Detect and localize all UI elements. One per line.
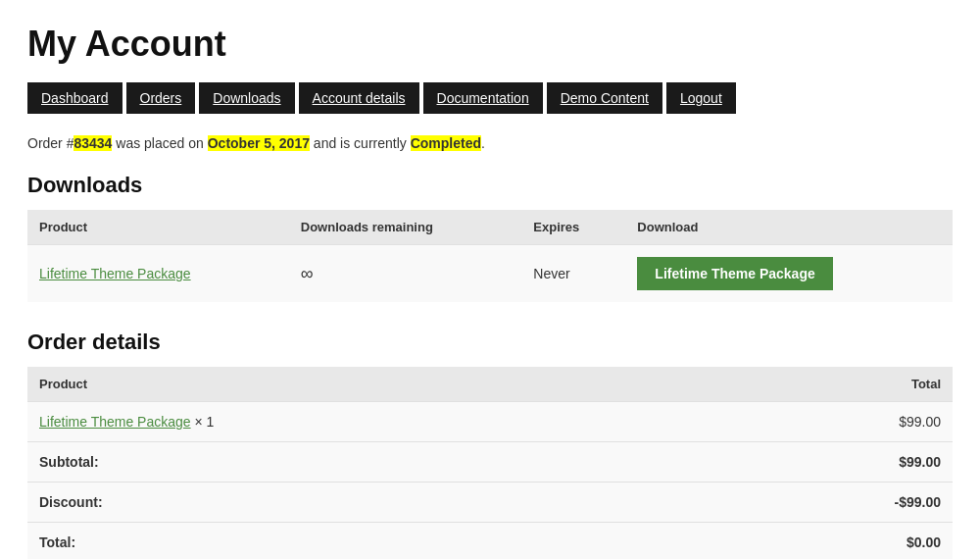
- downloads-product-link[interactable]: Lifetime Theme Package: [39, 266, 191, 281]
- order-details-product-link[interactable]: Lifetime Theme Package: [39, 414, 191, 430]
- downloads-expires-value: Never: [533, 266, 569, 281]
- nav-orders[interactable]: Orders: [126, 82, 196, 114]
- order-details-discount-value: -$99.00: [711, 483, 953, 523]
- downloads-remaining-value: ∞: [301, 264, 314, 283]
- order-details-product-total: $99.00: [711, 402, 953, 442]
- nav-account-details[interactable]: Account details: [299, 82, 419, 114]
- order-prefix: Order #: [27, 135, 74, 151]
- order-details-heading: Order details: [27, 330, 953, 355]
- order-details-col-product: Product: [27, 367, 711, 402]
- order-details-discount-label: Discount:: [27, 483, 711, 523]
- downloads-download-cell: Lifetime Theme Package: [625, 245, 953, 303]
- downloads-product-link-cell: Lifetime Theme Package: [27, 245, 289, 303]
- order-details-subtotal-label: Subtotal:: [27, 442, 711, 483]
- order-details-total-label: Total:: [27, 523, 711, 560]
- order-status: Completed: [411, 135, 481, 151]
- order-date: October 5, 2017: [208, 135, 310, 151]
- nav-bar: Dashboard Orders Downloads Account detai…: [27, 82, 953, 114]
- order-details-quantity: × 1: [195, 414, 215, 430]
- downloads-col-product: Product: [27, 210, 289, 245]
- order-middle: was placed on: [112, 135, 207, 151]
- order-details-col-total: Total: [711, 367, 953, 402]
- order-end: .: [481, 135, 485, 151]
- order-details-discount-row: Discount: -$99.00: [27, 483, 953, 523]
- order-details-table: Product Total Lifetime Theme Package × 1…: [27, 367, 953, 559]
- order-details-product-row: Lifetime Theme Package × 1 $99.00: [27, 402, 953, 442]
- downloads-table: Product Downloads remaining Expires Down…: [27, 210, 953, 302]
- downloads-col-download: Download: [625, 210, 953, 245]
- downloads-table-header-row: Product Downloads remaining Expires Down…: [27, 210, 953, 245]
- nav-downloads[interactable]: Downloads: [199, 82, 294, 114]
- nav-dashboard[interactable]: Dashboard: [27, 82, 122, 114]
- order-details-subtotal-row: Subtotal: $99.00: [27, 442, 953, 483]
- order-suffix: and is currently: [310, 135, 411, 151]
- order-number: 83434: [74, 135, 112, 151]
- order-details-subtotal-value: $99.00: [711, 442, 953, 483]
- order-details-product-cell: Lifetime Theme Package × 1: [27, 402, 711, 442]
- page-title: My Account: [27, 24, 953, 65]
- download-button[interactable]: Lifetime Theme Package: [637, 257, 832, 290]
- order-details-header-row: Product Total: [27, 367, 953, 402]
- order-details-total-row: Total: $0.00: [27, 523, 953, 560]
- downloads-expires-cell: Never: [521, 245, 625, 303]
- nav-documentation[interactable]: Documentation: [423, 82, 543, 114]
- downloads-col-remaining: Downloads remaining: [289, 210, 522, 245]
- nav-demo-content[interactable]: Demo Content: [547, 82, 662, 114]
- downloads-heading: Downloads: [27, 173, 953, 198]
- order-info: Order #83434 was placed on October 5, 20…: [27, 135, 953, 151]
- downloads-col-expires: Expires: [521, 210, 625, 245]
- order-details-total-value: $0.00: [711, 523, 953, 560]
- nav-logout[interactable]: Logout: [666, 82, 736, 114]
- downloads-remaining-cell: ∞: [289, 245, 522, 303]
- downloads-table-row: Lifetime Theme Package ∞ Never Lifetime …: [27, 245, 953, 303]
